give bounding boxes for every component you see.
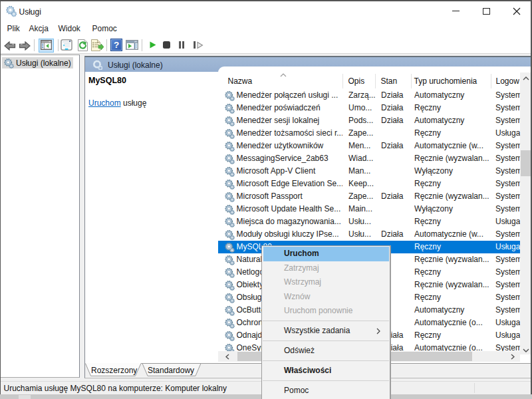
svg-text:?: ? <box>114 40 119 50</box>
svg-text:Standardowy: Standardowy <box>148 366 194 375</box>
svg-text:Rozszerzony: Rozszerzony <box>91 366 137 375</box>
